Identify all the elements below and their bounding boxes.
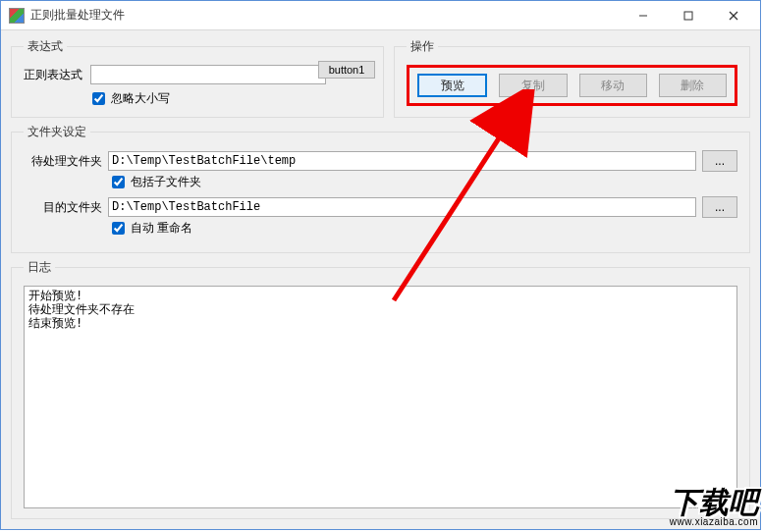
delete-button[interactable]: 删除: [659, 74, 727, 97]
ignore-case-checkbox[interactable]: [92, 92, 105, 105]
source-folder-label: 待处理文件夹: [24, 153, 102, 170]
watermark: 下载吧 www.xiazaiba.com: [670, 488, 758, 527]
dest-folder-label: 目的文件夹: [24, 199, 102, 216]
ignore-case-label: 忽略大小写: [111, 90, 170, 107]
include-subfolder-checkbox[interactable]: [112, 176, 125, 188]
copy-button[interactable]: 复制: [499, 74, 567, 97]
button1[interactable]: button1: [318, 61, 375, 79]
source-folder-input[interactable]: [108, 151, 696, 171]
watermark-text: 下载吧: [670, 486, 758, 518]
regex-label: 正则表达式: [24, 67, 82, 83]
folders-legend: 文件夹设定: [24, 124, 90, 140]
watermark-url: www.xiazaiba.com: [670, 517, 758, 527]
minimize-button[interactable]: [621, 1, 666, 29]
app-icon: [9, 8, 25, 24]
log-group: 日志: [11, 259, 750, 519]
regex-input[interactable]: [90, 65, 326, 84]
log-textarea[interactable]: [24, 286, 737, 508]
maximize-button[interactable]: [666, 1, 711, 29]
dest-folder-input[interactable]: [108, 197, 696, 217]
auto-rename-label: 自动 重命名: [131, 220, 192, 237]
operations-group: 操作 预览 复制 移动 删除: [394, 38, 750, 118]
source-browse-button[interactable]: ...: [702, 150, 737, 172]
folders-group: 文件夹设定 待处理文件夹 ... 包括子文件夹 目的文件夹 ... 自动 重命名: [11, 124, 750, 253]
window-title: 正则批量处理文件: [30, 7, 621, 24]
log-legend: 日志: [24, 259, 55, 276]
dest-browse-button[interactable]: ...: [702, 196, 737, 218]
svg-rect-1: [684, 12, 692, 20]
include-subfolder-label: 包括子文件夹: [131, 174, 201, 190]
expression-group: 表达式 button1 正则表达式 忽略大小写: [11, 38, 384, 118]
operations-legend: 操作: [407, 38, 438, 55]
expression-legend: 表达式: [24, 38, 67, 55]
move-button[interactable]: 移动: [579, 74, 647, 97]
operations-highlight: 预览 复制 移动 删除: [407, 65, 737, 106]
close-button[interactable]: [711, 1, 756, 29]
preview-button[interactable]: 预览: [417, 74, 487, 97]
auto-rename-checkbox[interactable]: [112, 222, 125, 235]
titlebar: 正则批量处理文件: [1, 1, 760, 30]
